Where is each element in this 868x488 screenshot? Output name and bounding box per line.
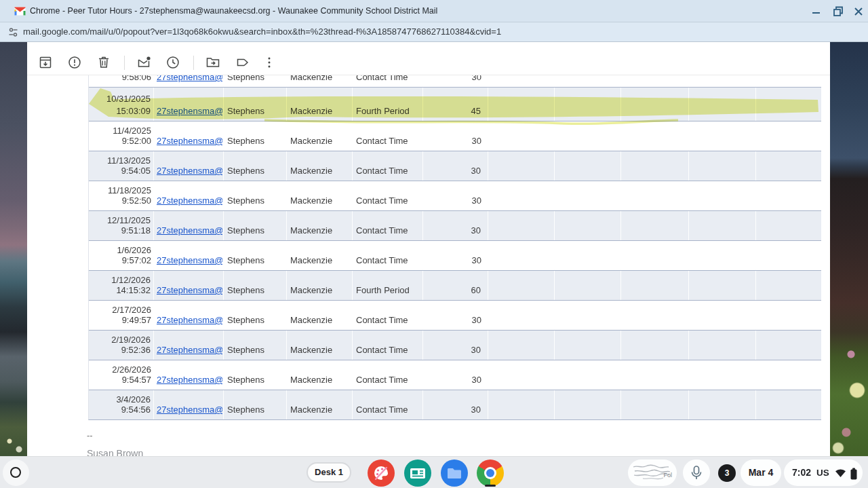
empty-cell [689,331,756,360]
empty-cell [756,121,822,151]
files-app-icon[interactable] [441,459,468,487]
labels-icon[interactable] [235,54,251,71]
table-row: 10/31/2025 15:03:09 27stephensma@w Steph… [89,87,821,121]
last-name-cell: Stephens [224,360,287,390]
empty-cell [756,360,822,390]
email-link[interactable]: 27stephensma@w [157,255,222,265]
empty-cell [756,271,822,300]
site-settings-icon[interactable] [8,27,18,37]
toolbar-separator [124,56,125,70]
report-spam-icon[interactable] [66,54,83,71]
empty-cell [488,211,555,240]
empty-cell [555,88,621,121]
email-link[interactable]: 27stephensma@w [157,166,222,176]
empty-cell [555,211,621,240]
email-link[interactable]: 27stephensma@w [157,136,222,146]
entry-time: 14:15:32 [116,285,151,295]
last-name-cell: Stephens [224,88,287,121]
email-link[interactable]: 27stephensma@w [157,195,222,206]
entry-type-cell: Fourth Period [353,271,423,300]
email-link[interactable]: 27stephensma@w [157,225,222,236]
empty-cell [756,151,822,181]
empty-cell [621,121,689,151]
email-link[interactable]: 27stephensma@w [157,106,222,116]
timestamp-cell: 2/17/2026 9:49:57 [89,301,154,330]
empty-cell [488,271,555,300]
delete-icon[interactable] [96,54,112,71]
entry-time: 9:51:18 [121,225,151,236]
input-method-label: US [816,459,829,486]
archive-icon[interactable] [37,54,54,71]
annotation-label: Fol [663,472,672,478]
table-row: 9:58:06 27stephensma@w Stephens Mackenzi… [89,75,821,87]
email-link[interactable]: 27stephensma@w [157,375,222,385]
entry-type-cell: Contact Time [353,181,423,210]
close-button[interactable] [852,5,865,18]
first-name-cell: Mackenzie [287,181,353,210]
timestamp-cell: 1/6/2026 9:57:02 [89,241,154,270]
email-link[interactable]: 27stephensma@w [157,315,222,325]
email-link[interactable]: 27stephensma@w [157,405,222,415]
email-signature: -- Susan Brown [87,430,143,459]
email-cell: 27stephensma@w [154,331,224,360]
email-link[interactable]: 27stephensma@w [157,345,222,355]
timestamp-cell: 11/13/2025 9:54:05 [89,151,154,181]
minutes-cell: 30 [423,121,488,151]
first-name-cell: Mackenzie [287,331,353,360]
battery-icon [850,468,858,480]
last-name-cell: Stephens [224,241,287,270]
screencast-app-icon[interactable] [404,459,431,487]
snooze-icon[interactable] [165,54,181,71]
empty-cell [621,151,689,181]
empty-cell [756,75,821,87]
entry-date: 2/17/2026 [112,305,151,315]
more-options-icon[interactable] [261,54,277,71]
empty-cell [488,301,555,330]
url-text: mail.google.com/mail/u/0/popout?ver=1l3q… [23,22,501,41]
table-row: 2/19/2026 9:52:36 27stephensma@w Stephen… [89,330,821,360]
minimize-button[interactable] [810,5,823,18]
restore-button[interactable] [831,5,845,18]
status-tray[interactable]: 7:02 US [784,459,863,486]
email-cell: 27stephensma@w [154,88,224,121]
empty-cell [756,390,822,419]
table-row: 11/13/2025 9:54:05 27stephensma@w Stephe… [89,151,821,181]
mark-unread-icon[interactable] [136,54,152,71]
table-row: 11/18/2025 9:52:50 27stephensma@w Stephe… [89,181,821,210]
canvas-app-icon[interactable] [368,459,395,487]
empty-cell [488,88,555,121]
active-app-indicator [485,485,496,487]
timestamp-cell: 11/4/2025 9:52:00 [89,121,154,151]
entry-type-cell: Contact Time [353,360,423,390]
last-name-cell: Stephens [224,151,287,181]
entry-date: 11/18/2025 [108,185,151,195]
first-name-cell: Mackenzie [287,75,353,87]
email-cell: 27stephensma@w [154,151,224,181]
empty-cell [689,211,756,240]
timestamp-cell: 11/18/2025 9:52:50 [89,181,154,210]
first-name-cell: Mackenzie [287,151,353,181]
empty-cell [555,121,621,151]
table-row: 12/11/2025 9:51:18 27stephensma@w Stephe… [89,210,821,240]
entry-type-cell: Contact Time [353,211,423,240]
last-name-cell: Stephens [224,271,287,300]
desk-button[interactable]: Desk 1 [307,462,351,483]
mic-indicator[interactable] [683,459,710,486]
annotation-widget[interactable]: Fol [628,459,677,486]
chrome-app-icon[interactable] [477,459,504,487]
empty-cell [488,75,555,87]
gmail-logo-icon [14,7,26,16]
timestamp-cell: 2/26/2026 9:54:57 [89,360,154,390]
minutes-cell: 30 [423,390,488,419]
email-link[interactable]: 27stephensma@w [157,285,222,295]
address-bar[interactable]: mail.google.com/mail/u/0/popout?ver=1l3q… [0,22,868,42]
empty-cell [689,181,756,210]
entry-time: 9:54:57 [122,375,151,385]
email-link[interactable]: 27stephensma@w [157,75,222,82]
notification-count-badge[interactable]: 3 [718,464,736,482]
entry-type-cell: Contact Time [353,301,423,330]
move-to-icon[interactable] [205,54,221,71]
calendar-date-button[interactable]: Mar 4 [741,459,781,486]
empty-cell [689,151,756,181]
launcher-button[interactable] [3,459,29,486]
